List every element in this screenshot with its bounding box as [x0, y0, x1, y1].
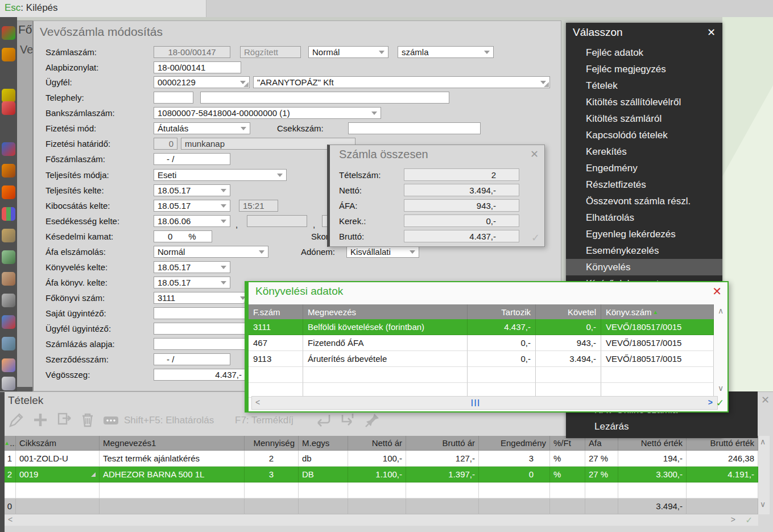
- acct-megnevezes[interactable]: Áruterítés árbevétele: [303, 351, 468, 367]
- item-mennyiseg[interactable]: 3: [245, 467, 299, 482]
- notepad-icon[interactable]: [2, 377, 15, 390]
- column-header-netto-ar[interactable]: Nettó ár: [348, 436, 406, 451]
- item-mennyiseg[interactable]: 2: [245, 451, 299, 467]
- teljesites-kelte-dropdown[interactable]: 18.05.17: [154, 184, 230, 196]
- sajat-ugyintezo-field[interactable]: [154, 307, 260, 319]
- menu-item-fejlec-megjegyzes[interactable]: Fejléc megjegyzés: [566, 61, 722, 77]
- item-brutto-ertek[interactable]: 4.191,-: [687, 467, 758, 482]
- move-in-arrow-icon[interactable]: [315, 411, 332, 428]
- resize-corner-icon[interactable]: [544, 82, 549, 87]
- doc-kind-dropdown[interactable]: számla: [398, 46, 494, 58]
- item-engedmeny[interactable]: 3: [479, 451, 550, 467]
- item-row-number[interactable]: 1: [5, 451, 16, 467]
- acct-tartozik[interactable]: 0,-: [468, 335, 536, 351]
- kesedelmi-kamat-field[interactable]: 0%: [154, 230, 212, 242]
- item-netto-ar[interactable]: 100,-: [348, 451, 406, 467]
- afa-elszamolas-dropdown[interactable]: Normál: [154, 246, 268, 258]
- acct-fszam[interactable]: 9113: [249, 351, 303, 367]
- pill-icon[interactable]: [2, 101, 15, 115]
- konyveles-kelte-dropdown[interactable]: 18.05.17: [154, 261, 230, 273]
- menu-item-engedmeny[interactable]: Engedmény: [566, 160, 722, 176]
- csekkszam-field[interactable]: [348, 122, 481, 134]
- horizontal-scrollbar[interactable]: < > ✓: [5, 514, 758, 526]
- empty-cell[interactable]: [303, 367, 468, 383]
- empty-cell[interactable]: [5, 482, 16, 498]
- empty-cell[interactable]: [479, 482, 550, 498]
- item-brutto-ar[interactable]: 127,-: [406, 451, 479, 467]
- item-engedmeny[interactable]: 0: [479, 467, 550, 482]
- blocks-icon[interactable]: [2, 142, 15, 156]
- item-pct-ft[interactable]: %: [550, 467, 585, 482]
- column-header-megnevezes1[interactable]: Megnevezés1: [100, 436, 245, 451]
- empty-cell[interactable]: [536, 367, 601, 383]
- empty-cell[interactable]: [585, 482, 618, 498]
- empty-cell[interactable]: [618, 482, 687, 498]
- menu-item-esemenykezeles[interactable]: Eseménykezelés: [566, 242, 722, 259]
- home-icon[interactable]: [2, 315, 15, 329]
- scroll-left-icon[interactable]: <: [255, 398, 260, 407]
- ugyfel-code-dropdown[interactable]: 00002129: [154, 76, 250, 88]
- more-options-icon[interactable]: [102, 411, 119, 428]
- acct-kovetel[interactable]: 3.494,-: [536, 351, 601, 367]
- menu-item-konyveles-selected[interactable]: Könyvelés: [566, 259, 722, 275]
- column-header-konyvszam[interactable]: Könyv.szám▲: [601, 304, 714, 319]
- item-cikkszam[interactable]: 001-ZOLD-U: [16, 451, 100, 467]
- item-megnevezes[interactable]: ADHEZOR BARNA 500 1L: [100, 467, 245, 482]
- item-brutto-ertek[interactable]: 246,38: [687, 451, 758, 467]
- card-icon[interactable]: [2, 250, 15, 264]
- people-icon[interactable]: [2, 358, 15, 372]
- acct-kovetel[interactable]: 943,-: [536, 335, 601, 351]
- empty-cell[interactable]: [550, 482, 585, 498]
- afa-konyv-kelte-dropdown[interactable]: 18.05.17: [154, 277, 230, 288]
- acct-megnevezes[interactable]: Belföldi követelések (forintban): [303, 319, 468, 335]
- fizetesi-mod-dropdown[interactable]: Átutalás: [154, 122, 250, 134]
- item-afa[interactable]: 27 %: [585, 467, 618, 482]
- empty-cell[interactable]: [687, 482, 758, 498]
- ugyfel-ugyintezo-field[interactable]: [154, 323, 260, 335]
- empty-cell[interactable]: [348, 482, 406, 498]
- package-icon[interactable]: [2, 272, 15, 286]
- scroll-right-icon[interactable]: >: [731, 515, 735, 524]
- plant-icon[interactable]: [2, 69, 15, 83]
- confirm-check-icon[interactable]: ✓: [531, 232, 540, 244]
- column-header-megys[interactable]: M.egys: [299, 436, 348, 451]
- alapbizonylat-field[interactable]: 18-00/00141: [154, 61, 241, 73]
- confirm-check-icon[interactable]: ✓: [716, 397, 724, 409]
- move-out-arrow-icon[interactable]: [339, 411, 356, 428]
- scroll-drag-handle[interactable]: |||: [471, 398, 481, 406]
- coins-icon[interactable]: [2, 89, 15, 102]
- menu-item-kerekites[interactable]: Kerekítés: [566, 143, 722, 160]
- column-header-fszam[interactable]: F.szám: [249, 304, 303, 319]
- acct-megnevezes[interactable]: Fizetendő ÁFA: [303, 335, 468, 351]
- sort-column-header[interactable]: ▲...: [5, 436, 16, 451]
- ugyfel-name-dropdown[interactable]: "ARANYTOPÁZ" Kft: [253, 76, 550, 88]
- invoice-type-dropdown[interactable]: Normál: [308, 46, 388, 58]
- add-item-icon[interactable]: [32, 411, 49, 428]
- scroll-down-icon[interactable]: ∨: [715, 383, 726, 393]
- empty-cell[interactable]: [16, 482, 100, 498]
- bar-chart-icon[interactable]: [2, 207, 15, 221]
- item-netto-ertek[interactable]: 3.300,-: [618, 467, 687, 482]
- acct-konyvszam[interactable]: VEVŐ/180517/0015: [601, 351, 714, 367]
- item-megnevezes[interactable]: Teszt termék ajánlatkérés: [100, 451, 245, 467]
- menu-item-reszletfizetes[interactable]: Részletfizetés: [566, 176, 722, 193]
- adonem-dropdown[interactable]: Kisvállalati: [346, 246, 419, 258]
- empty-cell[interactable]: [245, 482, 299, 498]
- esedekesseg-kelte-dropdown[interactable]: 18.06.06: [154, 215, 230, 227]
- close-icon[interactable]: ✕: [530, 148, 539, 160]
- column-header-mennyiseg[interactable]: Mennyiség: [245, 436, 299, 451]
- scroll-up-icon[interactable]: ∧: [715, 306, 726, 315]
- item-brutto-ar[interactable]: 1.397,-: [406, 467, 479, 482]
- menu-item-egyenleg-lekerdezes[interactable]: Egyenleg lekérdezés: [566, 226, 722, 242]
- acct-tartozik[interactable]: 0,-: [468, 351, 536, 367]
- pin-icon[interactable]: [364, 411, 381, 428]
- telephely-code-field[interactable]: [154, 92, 193, 104]
- esedekesseg-extra-field[interactable]: [247, 215, 307, 227]
- empty-cell[interactable]: [468, 367, 536, 383]
- column-header-cikkszam[interactable]: Cikkszám: [16, 436, 100, 451]
- scroll-right-icon[interactable]: >: [708, 398, 713, 407]
- edit-pencil-icon[interactable]: [8, 411, 25, 428]
- scroll-left-icon[interactable]: <: [8, 515, 13, 524]
- close-icon[interactable]: ✕: [761, 394, 770, 406]
- photo-icon[interactable]: [2, 337, 15, 350]
